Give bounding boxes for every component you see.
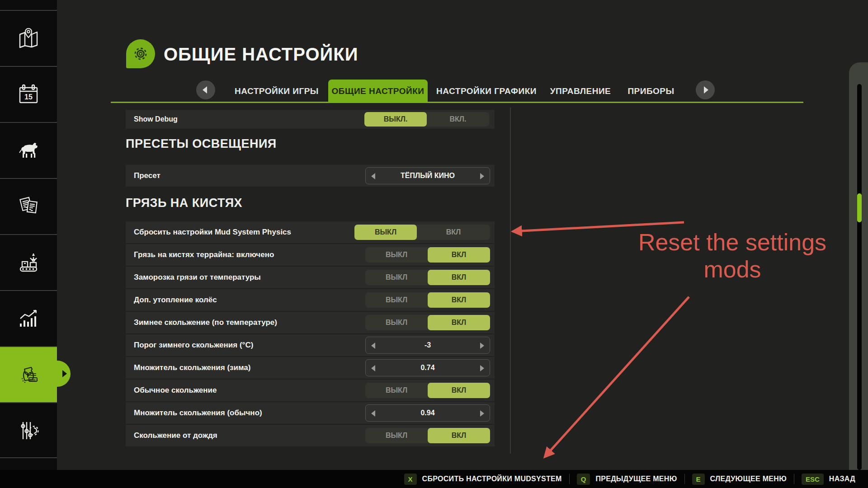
setting-row-preset: Пресет ТЁПЛЫЙ КИНО — [126, 165, 495, 187]
setting-label: Show Debug — [134, 110, 178, 129]
sidebar-item-production[interactable] — [0, 235, 57, 290]
toggle-off-option[interactable]: ВЫКЛ — [365, 292, 428, 308]
increase-arrow-icon[interactable] — [480, 410, 484, 417]
section-header-mud-system: ГРЯЗЬ НА КИСТЯХ — [126, 196, 242, 210]
bottom-key-bar: X СБРОСИТЬ НАСТРОЙКИ MUDSYSTEM Q ПРЕДЫДУ… — [0, 470, 868, 488]
sidebar-item-settings[interactable] — [0, 403, 57, 458]
toggle-wheel-sink[interactable]: ВЫКЛ ВКЛ — [365, 292, 490, 308]
selector-value: 0.74 — [366, 360, 490, 376]
toggle-on-option[interactable]: ВКЛ — [428, 292, 490, 308]
toggle-off-option[interactable]: ВЫКЛ — [354, 225, 417, 240]
production-icon — [17, 251, 40, 274]
toggle-off-option[interactable]: ВЫКЛ — [365, 270, 428, 285]
toggle-on-option[interactable]: ВКЛ — [428, 247, 490, 263]
increase-arrow-icon[interactable] — [480, 173, 484, 179]
active-item-caret-icon — [62, 370, 67, 377]
toggle-normal-slip[interactable]: ВЫКЛ ВКЛ — [365, 383, 490, 398]
toggle-mud-freeze[interactable]: ВЫКЛ ВКЛ — [365, 270, 490, 285]
setting-label: Множитель скольжения (зима) — [134, 357, 250, 379]
key-badge-q: Q — [577, 474, 590, 485]
tab-hud[interactable]: ПРИБОРЫ — [616, 80, 686, 103]
toggle-on-option[interactable]: ВКЛ — [417, 225, 490, 240]
sidebar-item-contracts[interactable] — [0, 179, 57, 234]
action-label: НАЗАД — [829, 475, 855, 483]
action-reset-mudsystem[interactable]: X СБРОСИТЬ НАСТРОЙКИ MUDSYSTEM — [404, 474, 562, 485]
setting-row-show-debug: Show Debug ВЫКЛ. ВКЛ. — [126, 110, 495, 129]
setting-label: Грязь на кистях террайна: включено — [134, 244, 274, 266]
annotation-text: Reset the settings mods — [633, 229, 832, 283]
tab-graphics-settings[interactable]: НАСТРОЙКИ ГРАФИКИ — [428, 80, 545, 103]
increase-arrow-icon[interactable] — [480, 343, 484, 349]
setting-row-reset-mud-system: Сбросить настройки Mud System Physics ВЫ… — [126, 221, 495, 243]
section-header-lighting-presets: ПРЕСЕТЫ ОСВЕЩЕНИЯ — [126, 137, 277, 151]
toggle-off-option[interactable]: ВЫКЛ — [365, 383, 428, 398]
normal-slip-multiplier-selector[interactable]: 0.94 — [365, 404, 490, 422]
sidebar-item-map[interactable] — [0, 11, 57, 66]
toggle-terrain-mud[interactable]: ВЫКЛ ВКЛ — [365, 247, 490, 263]
toggle-on-option[interactable]: ВКЛ — [428, 383, 490, 398]
selector-value: -3 — [366, 337, 490, 353]
setting-label: Сбросить настройки Mud System Physics — [134, 221, 291, 243]
setting-label: Множитель скольжения (обычно) — [134, 402, 262, 424]
tab-general-settings-active[interactable]: ОБЩИЕ НАСТРОЙКИ — [328, 80, 428, 103]
bottom-bar-separator — [569, 474, 570, 484]
setting-label: Заморозка грязи от температуры — [134, 267, 261, 288]
setting-label: Скольжение от дождя — [134, 425, 217, 446]
toggle-on-option[interactable]: ВКЛ — [428, 428, 490, 443]
toggle-on-option[interactable]: ВКЛ — [428, 270, 490, 285]
bottom-bar-separator — [684, 474, 685, 484]
settings-sliders-icon — [17, 419, 40, 442]
action-label: СБРОСИТЬ НАСТРОЙКИ MUDSYSTEM — [422, 475, 562, 483]
map-icon — [17, 27, 40, 50]
toggle-off-option[interactable]: ВЫКЛ — [365, 247, 428, 263]
sidebar: 15 — [0, 0, 57, 470]
sidebar-item-calendar[interactable]: 15 — [0, 67, 57, 122]
scrollbar-track[interactable] — [857, 84, 862, 470]
toggle-show-debug[interactable]: ВЫКЛ. ВКЛ. — [364, 112, 489, 127]
setting-label: Зимнее скольжение (по температуре) — [134, 312, 277, 333]
winter-slip-multiplier-selector[interactable]: 0.74 — [365, 359, 490, 376]
sidebar-item-animals[interactable] — [0, 123, 57, 178]
page-icon-badge — [126, 39, 155, 68]
setting-label: Обычное скольжение — [134, 380, 217, 401]
tab-controls[interactable]: УПРАВЛЕНИЕ — [545, 80, 616, 103]
setting-row-winter-slip-multiplier: Множитель скольжения (зима) 0.74 — [126, 357, 495, 379]
tab-game-settings[interactable]: НАСТРОЙКИ ИГРЫ — [226, 80, 327, 103]
setting-row-normal-slip: Обычное скольжение ВЫКЛ ВКЛ — [126, 380, 495, 401]
contracts-icon — [17, 195, 40, 218]
toggle-off-option[interactable]: ВЫКЛ. — [364, 112, 427, 127]
prev-tab-button[interactable] — [196, 80, 215, 99]
scrollbar-thumb[interactable] — [857, 193, 862, 222]
cow-icon — [17, 139, 40, 162]
chevron-left-icon — [203, 86, 207, 94]
toggle-rain-slip[interactable]: ВЫКЛ ВКЛ — [365, 428, 490, 443]
key-badge-x: X — [404, 474, 417, 485]
winter-slip-threshold-selector[interactable]: -3 — [365, 337, 490, 354]
action-label: ПРЕДЫДУЩЕЕ МЕНЮ — [595, 475, 677, 483]
setting-row-winter-slip: Зимнее скольжение (по температуре) ВЫКЛ … — [126, 312, 495, 333]
action-next-menu[interactable]: E СЛЕДУЮЩЕЕ МЕНЮ — [692, 474, 787, 485]
general-settings-screen: 15 — [0, 0, 868, 488]
calendar-icon: 15 — [17, 83, 40, 106]
preset-selector[interactable]: ТЁПЛЫЙ КИНО — [365, 167, 490, 184]
toggle-off-option[interactable]: ВЫКЛ — [365, 428, 428, 443]
toggle-off-option[interactable]: ВЫКЛ — [365, 315, 428, 330]
toggle-reset-mud-system[interactable]: ВЫКЛ ВКЛ — [354, 225, 490, 240]
increase-arrow-icon[interactable] — [480, 365, 484, 371]
gear-icon — [130, 43, 151, 65]
setting-label: Пресет — [134, 165, 160, 187]
chevron-right-icon — [704, 86, 708, 94]
tab-underline — [111, 102, 803, 103]
setting-row-rain-slip: Скольжение от дождя ВЫКЛ ВКЛ — [126, 425, 495, 446]
key-badge-esc: ESC — [802, 474, 824, 485]
toggle-winter-slip[interactable]: ВЫКЛ ВКЛ — [365, 315, 490, 330]
action-back[interactable]: ESC НАЗАД — [802, 474, 855, 485]
sidebar-item-statistics[interactable] — [0, 291, 57, 346]
setting-label: Порог зимнего скольжения (°C) — [134, 334, 253, 356]
bottom-bar-separator — [794, 474, 794, 484]
toggle-on-option[interactable]: ВКЛ — [428, 315, 490, 330]
toggle-on-option[interactable]: ВКЛ. — [427, 112, 489, 127]
setting-label: Доп. утопление колёс — [134, 289, 217, 311]
next-tab-button[interactable] — [696, 80, 715, 99]
action-previous-menu[interactable]: Q ПРЕДЫДУЩЕЕ МЕНЮ — [577, 474, 677, 485]
